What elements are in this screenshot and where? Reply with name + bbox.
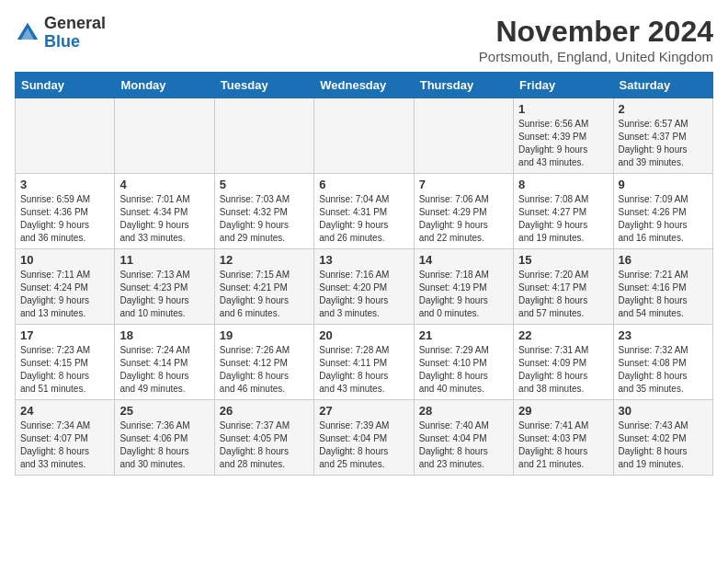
header-day-sunday: Sunday — [16, 73, 115, 98]
calendar-cell: 6Sunrise: 7:04 AM Sunset: 4:31 PM Daylig… — [314, 174, 414, 249]
logo-blue-text: Blue — [44, 33, 106, 52]
day-number: 10 — [20, 253, 109, 267]
day-info: Sunrise: 7:08 AM Sunset: 4:27 PM Dayligh… — [518, 193, 608, 245]
calendar-cell: 14Sunrise: 7:18 AM Sunset: 4:19 PM Dayli… — [414, 249, 513, 325]
header: General Blue November 2024 Portsmouth, E… — [15, 15, 713, 64]
calendar-cell: 28Sunrise: 7:40 AM Sunset: 4:04 PM Dayli… — [414, 400, 513, 476]
day-number: 28 — [419, 404, 508, 418]
calendar-cell: 23Sunrise: 7:32 AM Sunset: 4:08 PM Dayli… — [613, 325, 712, 400]
day-number: 6 — [319, 178, 408, 191]
day-info: Sunrise: 7:11 AM Sunset: 4:24 PM Dayligh… — [20, 269, 109, 320]
calendar-cell — [16, 98, 115, 174]
day-number: 15 — [518, 253, 608, 267]
day-number: 7 — [419, 178, 508, 191]
day-number: 24 — [20, 404, 109, 418]
day-info: Sunrise: 7:01 AM Sunset: 4:34 PM Dayligh… — [119, 193, 209, 245]
calendar-week-row: 24Sunrise: 7:34 AM Sunset: 4:07 PM Dayli… — [16, 400, 713, 476]
day-info: Sunrise: 7:40 AM Sunset: 4:04 PM Dayligh… — [419, 419, 508, 471]
location-subtitle: Portsmouth, England, United Kingdom — [479, 49, 713, 64]
day-info: Sunrise: 7:06 AM Sunset: 4:29 PM Dayligh… — [419, 193, 508, 245]
day-info: Sunrise: 7:16 AM Sunset: 4:20 PM Dayligh… — [319, 269, 408, 320]
day-number: 3 — [20, 178, 109, 191]
header-day-saturday: Saturday — [613, 73, 712, 98]
header-day-thursday: Thursday — [414, 73, 513, 98]
calendar-week-row: 1Sunrise: 6:56 AM Sunset: 4:39 PM Daylig… — [16, 98, 713, 174]
day-info: Sunrise: 7:26 AM Sunset: 4:12 PM Dayligh… — [220, 344, 309, 396]
day-number: 14 — [419, 253, 508, 267]
calendar-cell: 7Sunrise: 7:06 AM Sunset: 4:29 PM Daylig… — [414, 174, 513, 249]
calendar-cell: 25Sunrise: 7:36 AM Sunset: 4:06 PM Dayli… — [115, 400, 214, 476]
day-info: Sunrise: 7:43 AM Sunset: 4:02 PM Dayligh… — [619, 419, 708, 471]
day-info: Sunrise: 7:21 AM Sunset: 4:16 PM Dayligh… — [619, 269, 708, 320]
day-info: Sunrise: 7:28 AM Sunset: 4:11 PM Dayligh… — [319, 344, 408, 396]
calendar-week-row: 17Sunrise: 7:23 AM Sunset: 4:15 PM Dayli… — [16, 325, 713, 400]
day-number: 8 — [518, 178, 608, 191]
day-number: 27 — [319, 404, 408, 418]
calendar-cell: 2Sunrise: 6:57 AM Sunset: 4:37 PM Daylig… — [613, 98, 712, 174]
day-number: 4 — [119, 178, 209, 191]
day-number: 5 — [220, 178, 309, 191]
month-title: November 2024 — [479, 15, 713, 49]
calendar-header-row: SundayMondayTuesdayWednesdayThursdayFrid… — [16, 73, 713, 98]
day-info: Sunrise: 7:13 AM Sunset: 4:23 PM Dayligh… — [119, 269, 209, 320]
logo: General Blue — [15, 15, 106, 52]
calendar-table: SundayMondayTuesdayWednesdayThursdayFrid… — [15, 72, 713, 476]
calendar-cell: 9Sunrise: 7:09 AM Sunset: 4:26 PM Daylig… — [613, 174, 712, 249]
day-number: 19 — [220, 328, 309, 342]
calendar-cell — [314, 98, 414, 174]
calendar-cell: 27Sunrise: 7:39 AM Sunset: 4:04 PM Dayli… — [314, 400, 414, 476]
calendar-cell — [214, 98, 313, 174]
header-day-monday: Monday — [115, 73, 214, 98]
calendar-cell: 8Sunrise: 7:08 AM Sunset: 4:27 PM Daylig… — [514, 174, 613, 249]
day-number: 9 — [619, 178, 708, 191]
day-number: 2 — [619, 102, 708, 116]
header-day-wednesday: Wednesday — [314, 73, 414, 98]
calendar-cell: 22Sunrise: 7:31 AM Sunset: 4:09 PM Dayli… — [514, 325, 613, 400]
day-info: Sunrise: 7:15 AM Sunset: 4:21 PM Dayligh… — [220, 269, 309, 320]
day-info: Sunrise: 7:41 AM Sunset: 4:03 PM Dayligh… — [518, 419, 608, 471]
header-day-friday: Friday — [514, 73, 613, 98]
calendar-cell: 19Sunrise: 7:26 AM Sunset: 4:12 PM Dayli… — [214, 325, 313, 400]
logo-icon — [15, 20, 40, 46]
day-number: 25 — [119, 404, 209, 418]
day-info: Sunrise: 7:39 AM Sunset: 4:04 PM Dayligh… — [319, 419, 408, 471]
day-info: Sunrise: 7:20 AM Sunset: 4:17 PM Dayligh… — [518, 269, 608, 320]
calendar-cell: 15Sunrise: 7:20 AM Sunset: 4:17 PM Dayli… — [514, 249, 613, 325]
day-info: Sunrise: 7:32 AM Sunset: 4:08 PM Dayligh… — [619, 344, 708, 396]
header-day-tuesday: Tuesday — [214, 73, 313, 98]
day-info: Sunrise: 7:03 AM Sunset: 4:32 PM Dayligh… — [220, 193, 309, 245]
day-number: 26 — [220, 404, 309, 418]
day-number: 23 — [619, 328, 708, 342]
day-info: Sunrise: 7:37 AM Sunset: 4:05 PM Dayligh… — [220, 419, 309, 471]
calendar-cell — [115, 98, 214, 174]
calendar-cell: 21Sunrise: 7:29 AM Sunset: 4:10 PM Dayli… — [414, 325, 513, 400]
calendar-cell: 29Sunrise: 7:41 AM Sunset: 4:03 PM Dayli… — [514, 400, 613, 476]
logo-general-text: General — [44, 15, 106, 33]
day-number: 11 — [119, 253, 209, 267]
day-number: 29 — [518, 404, 608, 418]
calendar-cell: 5Sunrise: 7:03 AM Sunset: 4:32 PM Daylig… — [214, 174, 313, 249]
calendar-cell: 4Sunrise: 7:01 AM Sunset: 4:34 PM Daylig… — [115, 174, 214, 249]
day-number: 18 — [119, 328, 209, 342]
day-number: 20 — [319, 328, 408, 342]
day-number: 1 — [518, 102, 608, 116]
calendar-cell: 18Sunrise: 7:24 AM Sunset: 4:14 PM Dayli… — [115, 325, 214, 400]
calendar-cell: 17Sunrise: 7:23 AM Sunset: 4:15 PM Dayli… — [16, 325, 115, 400]
day-info: Sunrise: 7:18 AM Sunset: 4:19 PM Dayligh… — [419, 269, 508, 320]
day-info: Sunrise: 6:57 AM Sunset: 4:37 PM Dayligh… — [619, 118, 708, 169]
day-info: Sunrise: 7:29 AM Sunset: 4:10 PM Dayligh… — [419, 344, 508, 396]
calendar-cell: 11Sunrise: 7:13 AM Sunset: 4:23 PM Dayli… — [115, 249, 214, 325]
day-info: Sunrise: 7:04 AM Sunset: 4:31 PM Dayligh… — [319, 193, 408, 245]
day-number: 17 — [20, 328, 109, 342]
day-number: 30 — [619, 404, 708, 418]
day-info: Sunrise: 6:59 AM Sunset: 4:36 PM Dayligh… — [20, 193, 109, 245]
day-info: Sunrise: 7:24 AM Sunset: 4:14 PM Dayligh… — [119, 344, 209, 396]
calendar-cell: 12Sunrise: 7:15 AM Sunset: 4:21 PM Dayli… — [214, 249, 313, 325]
calendar-cell: 1Sunrise: 6:56 AM Sunset: 4:39 PM Daylig… — [514, 98, 613, 174]
calendar-week-row: 10Sunrise: 7:11 AM Sunset: 4:24 PM Dayli… — [16, 249, 713, 325]
calendar-cell: 30Sunrise: 7:43 AM Sunset: 4:02 PM Dayli… — [613, 400, 712, 476]
day-number: 13 — [319, 253, 408, 267]
day-number: 22 — [518, 328, 608, 342]
day-number: 12 — [220, 253, 309, 267]
day-number: 16 — [619, 253, 708, 267]
